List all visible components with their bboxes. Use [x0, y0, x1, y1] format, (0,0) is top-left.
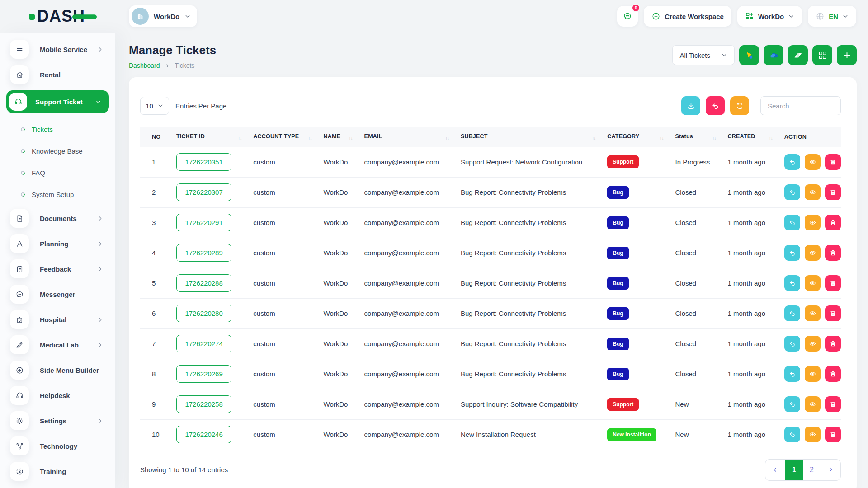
sidebar-item-hospital[interactable]: Hospital [10, 310, 109, 329]
eye-button[interactable] [805, 215, 821, 230]
sidebar-item-rental[interactable]: Rental [10, 65, 109, 84]
adsense-button[interactable] [739, 45, 759, 65]
ticket-id-link[interactable]: 1726220258 [176, 395, 231, 413]
eye-button[interactable] [805, 184, 821, 200]
trash-button[interactable] [825, 396, 841, 412]
cell-no: 3 [140, 207, 176, 238]
pagination-next-button[interactable] [821, 460, 840, 480]
reply-button[interactable] [784, 336, 800, 352]
app-logo[interactable]: DASH [29, 8, 85, 24]
sidebar-item-settings[interactable]: Settings [10, 411, 109, 430]
ticket-id-link[interactable]: 1726220291 [176, 214, 231, 231]
pagination-page-2[interactable]: 2 [803, 460, 821, 480]
column-header-email[interactable]: EMAIL↑↓ [364, 127, 461, 147]
column-header-ticket-id[interactable]: TICKET ID↑↓ [176, 127, 253, 147]
eye-button[interactable] [805, 336, 821, 352]
pagination-prev-button[interactable] [765, 460, 785, 480]
column-header-status[interactable]: Status↑↓ [675, 127, 727, 147]
sidebar-subitem-knowledge-base[interactable]: Knowledge Base [0, 140, 115, 162]
eye-button[interactable] [805, 154, 821, 170]
eye-button[interactable] [805, 245, 821, 261]
sidebar-subitem-system-setup[interactable]: System Setup [0, 183, 115, 205]
sidebar-item-planning[interactable]: Planning [10, 234, 109, 253]
refresh-button[interactable] [730, 96, 749, 115]
ticket-id-link[interactable]: 1726220288 [176, 274, 231, 292]
create-workspace-button[interactable]: Create Workspace [644, 6, 731, 27]
ticket-id-link[interactable]: 1726220289 [176, 244, 231, 262]
ticket-id-link[interactable]: 1726220280 [176, 305, 231, 322]
grid-button[interactable] [812, 45, 832, 65]
trash-button[interactable] [825, 245, 841, 261]
ticket-id-link[interactable]: 1726220307 [176, 183, 231, 201]
ticket-id-link[interactable]: 1726220274 [176, 335, 231, 352]
ticket-id-link[interactable]: 1726220246 [176, 426, 231, 443]
column-header-account-type[interactable]: ACCOUNT TYPE↑↓ [253, 127, 323, 147]
trash-button[interactable] [825, 427, 841, 442]
plus-button[interactable] [837, 45, 857, 65]
sort-icon[interactable]: ↑↓ [349, 136, 353, 141]
sort-icon[interactable]: ↑↓ [445, 136, 449, 141]
search-input[interactable] [760, 96, 841, 115]
reply-button[interactable] [784, 366, 800, 382]
reply-button[interactable] [784, 215, 800, 230]
sidebar-item-training[interactable]: Training [10, 462, 109, 481]
sort-icon[interactable]: ↑↓ [238, 136, 241, 141]
sidebar-item-feedback[interactable]: Feedback [10, 259, 109, 278]
reply-button[interactable] [784, 305, 800, 321]
reply-button[interactable] [784, 396, 800, 412]
reply-button[interactable] [784, 245, 800, 261]
sidebar-item-messenger[interactable]: Messenger [10, 285, 109, 304]
hospital-icon [10, 310, 29, 329]
sidebar-item-support-ticket[interactable]: Support Ticket [6, 90, 109, 113]
undo-button[interactable] [706, 96, 725, 115]
ticket-id-link[interactable]: 1726220269 [176, 365, 231, 383]
sidebar-item-documents[interactable]: Documents [10, 209, 109, 228]
reply-button[interactable] [784, 184, 800, 200]
sidebar-item-side-menu-builder[interactable]: Side Menu Builder [10, 361, 109, 380]
workspace-switcher[interactable]: WorkDo [129, 5, 197, 27]
pagination-page-1[interactable]: 1 [785, 460, 803, 480]
entries-per-page-select[interactable]: 10 [140, 97, 169, 115]
trash-button[interactable] [825, 366, 841, 382]
column-header-created[interactable]: CREATED↑↓ [728, 127, 784, 147]
eye-button[interactable] [805, 275, 821, 291]
sidebar-subitem-faq[interactable]: FAQ [0, 162, 115, 183]
eye-button[interactable] [805, 305, 821, 321]
table-tools [681, 96, 841, 115]
logo-dash-bar [72, 14, 97, 19]
sidebar-item-helpdesk[interactable]: Helpdesk [10, 386, 109, 405]
trash-button[interactable] [825, 184, 841, 200]
trash-button[interactable] [825, 305, 841, 321]
trash-button[interactable] [825, 215, 841, 230]
sidebar-item-medical-lab[interactable]: Medical Lab [10, 335, 109, 354]
ticket-id-link[interactable]: 1726220351 [176, 153, 231, 171]
ticket-filter-select[interactable]: All Tickets [672, 45, 735, 65]
eye-button[interactable] [805, 366, 821, 382]
language-selector[interactable]: EN [808, 6, 856, 27]
onedrive-button[interactable] [764, 45, 783, 65]
sort-icon[interactable]: ↑↓ [308, 136, 312, 141]
zendesk-button[interactable] [788, 45, 808, 65]
trash-button[interactable] [825, 154, 841, 170]
messages-button[interactable]: 0 [617, 6, 638, 27]
breadcrumb-dashboard-link[interactable]: Dashboard [129, 62, 160, 69]
reply-button[interactable] [784, 427, 800, 442]
trash-button[interactable] [825, 275, 841, 291]
sidebar-item-mobile-service[interactable]: Mobile Service [10, 40, 109, 59]
sort-icon[interactable]: ↑↓ [660, 136, 663, 141]
column-header-subject[interactable]: SUBJECT↑↓ [461, 127, 607, 147]
reply-button[interactable] [784, 275, 800, 291]
sort-icon[interactable]: ↑↓ [769, 136, 773, 141]
eye-button[interactable] [805, 396, 821, 412]
apps-menu-button[interactable]: WorkDo [737, 6, 802, 27]
sidebar-item-technology[interactable]: Technology [10, 436, 109, 455]
download-button[interactable] [681, 96, 700, 115]
eye-button[interactable] [805, 427, 821, 442]
reply-button[interactable] [784, 154, 800, 170]
column-header-category[interactable]: CATEGORY↑↓ [607, 127, 675, 147]
column-header-name[interactable]: NAME↑↓ [324, 127, 364, 147]
sort-icon[interactable]: ↑↓ [592, 136, 595, 141]
trash-button[interactable] [825, 336, 841, 352]
sidebar-subitem-tickets[interactable]: Tickets [0, 118, 115, 140]
sort-icon[interactable]: ↑↓ [712, 136, 716, 141]
